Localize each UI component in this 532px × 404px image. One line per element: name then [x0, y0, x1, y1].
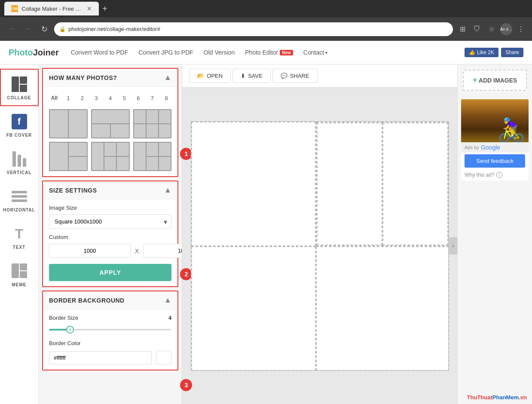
right-sidebar: + ADD IMAGES 🚴‍♀️ Ads by Google Send fee… — [457, 64, 532, 404]
add-images-button[interactable]: + ADD IMAGES — [463, 70, 527, 91]
nav-photo-editor[interactable]: Photo Editor New — [245, 49, 293, 56]
vertical-icon — [10, 150, 29, 168]
border-size-slider-track[interactable]: ⏸ — [49, 329, 171, 331]
sidebar-item-horizontal[interactable]: HORIZONTAL — [0, 181, 39, 218]
width-input[interactable] — [49, 244, 131, 258]
watermark-vn: .vn — [519, 394, 527, 401]
new-badge: New — [280, 50, 293, 55]
collage-label: COLLAGE — [7, 95, 31, 100]
layout-thumb-6[interactable] — [133, 142, 172, 171]
folder-icon: 📂 — [197, 73, 204, 79]
count-btn-2[interactable]: 2 — [77, 92, 88, 104]
canvas-expand-button[interactable]: › — [449, 237, 457, 254]
canvas-cell-left[interactable] — [191, 122, 316, 246]
nav-photo-editor-link: Photo Editor — [245, 49, 278, 56]
border-color-input-row — [49, 351, 171, 364]
count-btn-5[interactable]: 5 — [119, 92, 130, 104]
profile-label: Ẩn danh — [500, 27, 512, 31]
save-button[interactable]: ⬇ SAVE — [232, 69, 271, 83]
forward-button[interactable]: → — [21, 24, 34, 34]
image-size-select[interactable]: Square 1000x1000 — [49, 214, 171, 229]
new-tab-button[interactable]: + — [102, 4, 107, 14]
count-btn-1[interactable]: 1 — [63, 92, 74, 104]
layout-thumb-5[interactable] — [91, 142, 130, 171]
canvas-area: 📂 OPEN ⬇ SAVE 💬 SHARE 1 2 3 — [182, 64, 457, 404]
sidebar-item-vertical[interactable]: VERTICAL — [0, 144, 39, 181]
step-2-badge: 2 — [180, 268, 192, 280]
profile-button[interactable]: Ẩn danh — [500, 23, 512, 35]
save-label: SAVE — [248, 73, 263, 79]
border-size-slider-thumb[interactable]: ⏸ — [66, 326, 74, 334]
border-color-swatch[interactable] — [156, 351, 171, 364]
tab-favicon: CM — [11, 5, 18, 12]
horizontal-label: HORIZONTAL — [3, 208, 35, 212]
left-panel: HOW MANY PHOTOS? ▲ All 1 2 3 4 5 6 7 8 — [39, 64, 182, 404]
border-background-section: BORDER BACKGROUND ▲ Border Size 4 — [42, 291, 178, 370]
info-icon[interactable]: i — [496, 172, 502, 178]
nav-convert-jpg[interactable]: Convert JPG to PDF — [138, 49, 193, 56]
back-button[interactable]: ← — [5, 24, 18, 34]
border-size-slider-container: ⏸ — [49, 325, 171, 334]
app: Photo Joiner Convert Word to PDF Convert… — [0, 41, 532, 404]
count-btn-all[interactable]: All — [49, 92, 60, 104]
nav-convert-word[interactable]: Convert Word to PDF — [71, 49, 128, 56]
layout-thumb-4[interactable] — [49, 142, 88, 171]
lock-icon: 🔒 — [59, 26, 66, 32]
size-settings-title: SIZE SETTINGS — [49, 187, 97, 194]
meme-icon — [10, 262, 29, 281]
border-color-input[interactable] — [49, 351, 152, 364]
text-label: TEXT — [13, 245, 26, 250]
canvas-cell-bottom-left[interactable] — [191, 246, 316, 371]
extension-button[interactable]: ⛉ — [471, 25, 483, 33]
menu-button[interactable]: ⋮ — [515, 25, 527, 33]
count-btn-3[interactable]: 3 — [91, 92, 102, 104]
share-button[interactable]: 💬 SHARE — [272, 69, 318, 83]
how-many-photos-section: HOW MANY PHOTOS? ▲ All 1 2 3 4 5 6 7 8 — [42, 68, 178, 177]
size-x-separator: X — [135, 248, 139, 254]
canvas-subcell-2[interactable] — [382, 122, 448, 245]
logo-photo: Photo — [9, 48, 33, 58]
fb-like-label: Like 2K — [477, 49, 494, 55]
logo: Photo Joiner — [9, 48, 59, 58]
canvas-subcell-1[interactable] — [317, 122, 382, 245]
count-btn-6[interactable]: 6 — [133, 92, 144, 104]
layout-thumb-1[interactable] — [49, 109, 88, 138]
height-input[interactable] — [143, 244, 182, 258]
count-btn-7[interactable]: 7 — [147, 92, 158, 104]
send-feedback-button[interactable]: Send feedback — [465, 154, 525, 168]
nav-contact[interactable]: Contact ▾ — [303, 49, 327, 56]
bookmark-button[interactable]: ☆ — [486, 25, 498, 33]
address-bar[interactable]: 🔒 photojoiner.net/collage-maker/editor# — [54, 22, 453, 36]
border-size-value: 4 — [168, 315, 171, 321]
close-tab-button[interactable]: ✕ — [87, 5, 92, 12]
layout-thumb-2[interactable] — [91, 109, 130, 138]
border-background-title: BORDER BACKGROUND — [49, 297, 125, 304]
canvas-wrapper: 1 2 3 › — [182, 88, 457, 404]
how-many-photos-toggle[interactable]: ▲ — [164, 73, 171, 82]
sidebar-item-text[interactable]: T TEXT — [0, 218, 39, 256]
browser-tab[interactable]: CM Collage Maker - Free Online Pho... ✕ — [4, 2, 99, 15]
fb-like-button[interactable]: 👍 Like 2K — [465, 48, 498, 57]
fb-share-button[interactable]: Share — [501, 48, 523, 57]
border-background-toggle[interactable]: ▲ — [164, 296, 171, 305]
sidebar-item-fb-cover[interactable]: f FB COVER — [0, 106, 39, 144]
translate-button[interactable]: ⊞ — [456, 25, 468, 33]
count-btn-4[interactable]: 4 — [105, 92, 116, 104]
size-settings-toggle[interactable]: ▲ — [164, 186, 171, 195]
image-size-select-wrapper: Square 1000x1000 ▾ — [49, 214, 171, 229]
canvas-cell-top-right — [316, 122, 449, 246]
open-button[interactable]: 📂 OPEN — [189, 69, 231, 83]
ad-image: 🚴‍♀️ — [461, 99, 529, 142]
layout-grid — [49, 109, 171, 171]
sidebar-item-meme[interactable]: MEME — [0, 256, 39, 293]
canvas-cell-bottom-right[interactable] — [316, 246, 449, 371]
sidebar-item-collage[interactable]: COLLAGE — [0, 69, 39, 106]
add-images-label: ADD IMAGES — [479, 77, 517, 84]
count-btn-8[interactable]: 8 — [161, 92, 172, 104]
nav-old-version[interactable]: Old Version — [204, 49, 235, 56]
browser-tab-bar: CM Collage Maker - Free Online Pho... ✕ … — [0, 0, 532, 17]
reload-button[interactable]: ↻ — [38, 24, 51, 34]
layout-thumb-3[interactable] — [133, 109, 172, 138]
why-this-ad: Why this ad? i — [461, 169, 529, 181]
apply-button[interactable]: APPLY — [49, 264, 171, 281]
